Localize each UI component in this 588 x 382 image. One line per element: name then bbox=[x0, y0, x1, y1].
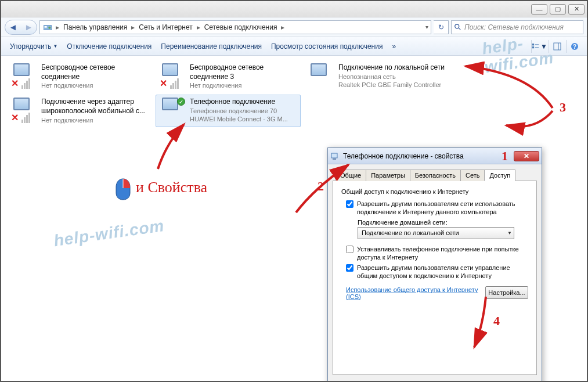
search-placeholder: Поиск: Сетевые подключения bbox=[464, 23, 564, 31]
address-bar[interactable]: ▸ Панель управления ▸ Сеть и Интернет ▸ … bbox=[39, 20, 431, 34]
annotation-3: 3 bbox=[560, 100, 566, 115]
search-icon bbox=[454, 23, 462, 31]
svg-text:?: ? bbox=[572, 44, 576, 50]
properties-dialog: Телефонное подключение - свойства ✕ Общи… bbox=[327, 147, 542, 382]
connection-item[interactable]: ✕ Беспроводное сетевое соединение 3 Нет … bbox=[156, 60, 301, 92]
combo-value: Подключение по локальной сети bbox=[362, 229, 459, 236]
connection-device: HUAWEI Mobile Connect - 3G M... bbox=[190, 115, 288, 123]
connection-title: Телефонное подключение bbox=[190, 98, 288, 107]
chevron-down-icon: ▼ bbox=[507, 230, 512, 236]
dialog-icon bbox=[330, 152, 340, 161]
organize-label: Упорядочить bbox=[10, 42, 51, 51]
connection-status: Неопознанная сеть bbox=[338, 73, 445, 81]
preview-pane-button[interactable] bbox=[549, 40, 565, 53]
annotation-4: 4 bbox=[493, 313, 500, 329]
svg-rect-5 bbox=[532, 44, 534, 45]
view-status-button[interactable]: Просмотр состояния подключения bbox=[267, 41, 387, 52]
dial-on-demand-checkbox[interactable] bbox=[346, 246, 353, 253]
ics-help-link[interactable]: Использование общего доступа к Интернету… bbox=[346, 286, 485, 300]
watermark: help-wifi.com bbox=[53, 217, 165, 250]
group-title: Общий доступ к подключению к Интернету bbox=[341, 188, 528, 195]
dialog-close-button[interactable]: ✕ bbox=[514, 151, 539, 161]
breadcrumb-segment[interactable]: Сеть и Интернет bbox=[138, 23, 193, 32]
maximize-icon: ▢ bbox=[555, 5, 561, 13]
mouse-icon bbox=[115, 178, 131, 201]
connection-status: Телефонное подключение 70 bbox=[190, 107, 288, 115]
connection-device: Realtek PCIe GBE Family Controller bbox=[338, 81, 445, 89]
connection-status: Нет подключения bbox=[41, 81, 148, 89]
connection-title: Подключение через адаптер широкополосной… bbox=[41, 98, 148, 116]
close-icon: ✕ bbox=[574, 5, 579, 13]
svg-rect-9 bbox=[554, 43, 561, 50]
svg-rect-13 bbox=[331, 153, 337, 158]
allow-control-checkbox[interactable] bbox=[346, 264, 353, 272]
back-icon: ◄ bbox=[9, 22, 17, 32]
help-button[interactable]: ? bbox=[566, 40, 582, 53]
dial-on-demand-label: Устанавливать телефонное подключение при… bbox=[357, 245, 528, 262]
close-button[interactable]: ✕ bbox=[568, 4, 585, 15]
tab-strip: ОбщиеПараметрыБезопасностьСетьДоступ bbox=[333, 169, 537, 181]
nav-back-forward[interactable]: ◄ ► bbox=[5, 20, 37, 35]
connection-icon bbox=[308, 63, 334, 89]
allow-sharing-checkbox[interactable] bbox=[346, 200, 353, 208]
connection-icon: ✕ bbox=[11, 98, 37, 123]
network-folder-icon bbox=[42, 23, 53, 32]
forward-icon: ► bbox=[24, 22, 33, 32]
connection-item[interactable]: ✓ Телефонное подключение Телефонное подк… bbox=[156, 95, 301, 127]
rename-connection-button[interactable]: Переименование подключения bbox=[157, 41, 266, 52]
refresh-button[interactable]: ↻ bbox=[434, 20, 449, 34]
home-network-label: Подключение домашней сети: bbox=[358, 219, 528, 226]
minimize-icon: — bbox=[536, 6, 543, 13]
connection-icon: ✓ bbox=[160, 98, 185, 123]
connection-icon: ✕ bbox=[160, 63, 185, 89]
tab-Безопасность[interactable]: Безопасность bbox=[410, 170, 461, 181]
svg-point-2 bbox=[48, 26, 50, 28]
svg-point-3 bbox=[455, 24, 459, 28]
svg-rect-1 bbox=[45, 26, 47, 28]
tab-Доступ[interactable]: Доступ bbox=[484, 170, 515, 181]
annotation-1: 1 bbox=[502, 149, 508, 164]
right-click-hint: и Свойства bbox=[136, 179, 207, 196]
allow-sharing-label: Разрешить другим пользователям сети испо… bbox=[357, 200, 528, 217]
breadcrumb-segment[interactable]: Панель управления bbox=[62, 23, 128, 32]
settings-button[interactable]: Настройка... bbox=[485, 286, 528, 299]
connection-title: Беспроводное сетевое соединение bbox=[41, 63, 148, 81]
navigation-bar: ◄ ► ▸ Панель управления ▸ Сеть и Интерне… bbox=[1, 17, 587, 37]
connection-title: Беспроводное сетевое соединение 3 bbox=[190, 63, 297, 81]
tab-Параметры[interactable]: Параметры bbox=[366, 170, 410, 181]
maximize-button[interactable]: ▢ bbox=[550, 4, 566, 15]
svg-rect-6 bbox=[532, 46, 534, 48]
content-area: ✕ Беспроводное сетевое соединение Нет по… bbox=[1, 56, 587, 381]
svg-line-4 bbox=[459, 27, 461, 30]
minimize-button[interactable]: — bbox=[531, 4, 547, 15]
connection-item[interactable]: ✕ Подключение через адаптер широкополосн… bbox=[7, 95, 152, 127]
titlebar: — ▢ ✕ bbox=[1, 1, 587, 17]
dialog-title: Телефонное подключение - свойства bbox=[343, 152, 510, 160]
command-toolbar: Упорядочить▼ Отключение подключения Пере… bbox=[1, 37, 587, 56]
dialog-titlebar[interactable]: Телефонное подключение - свойства ✕ bbox=[328, 148, 542, 164]
annotation-2: 2 bbox=[318, 179, 324, 194]
connection-icon: ✕ bbox=[11, 63, 37, 89]
tab-panel-access: Общий доступ к подключению к Интернету Р… bbox=[333, 181, 537, 375]
disable-connection-button[interactable]: Отключение подключения bbox=[63, 41, 156, 52]
tab-Сеть[interactable]: Сеть bbox=[460, 170, 485, 181]
breadcrumb-segment[interactable]: Сетевые подключения bbox=[203, 23, 279, 32]
connection-item[interactable]: ✕ Беспроводное сетевое соединение Нет по… bbox=[7, 60, 152, 92]
toolbar-overflow[interactable]: » bbox=[388, 41, 400, 52]
connection-status: Нет подключения bbox=[41, 116, 148, 124]
allow-control-label: Разрешить другим пользователям сети упра… bbox=[357, 264, 528, 280]
tab-Общие[interactable]: Общие bbox=[335, 170, 366, 181]
connection-title: Подключение по локальной сети bbox=[338, 63, 445, 73]
organize-menu[interactable]: Упорядочить▼ bbox=[6, 41, 62, 52]
view-mode-button[interactable]: ▼ bbox=[531, 40, 547, 53]
home-network-combo[interactable]: Подключение по локальной сети ▼ bbox=[358, 227, 514, 239]
chevron-down-icon[interactable]: ▾ bbox=[425, 24, 428, 30]
connection-status: Нет подключения bbox=[190, 81, 297, 89]
connection-item[interactable]: Подключение по локальной сети Неопознанн… bbox=[304, 60, 449, 92]
search-input[interactable]: Поиск: Сетевые подключения bbox=[451, 20, 583, 34]
svg-rect-14 bbox=[333, 158, 336, 160]
